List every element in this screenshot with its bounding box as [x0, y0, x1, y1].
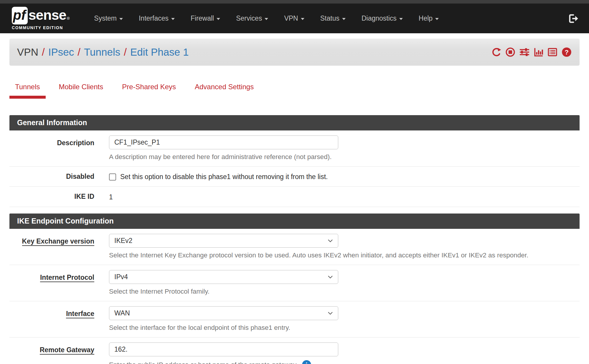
refresh-icon[interactable]: [491, 47, 501, 57]
svg-text:?: ?: [565, 49, 569, 56]
log-list-icon[interactable]: [547, 47, 557, 57]
info-icon[interactable]: i: [302, 360, 311, 364]
main-menu: System Interfaces Firewall Services VPN …: [86, 14, 447, 22]
breadcrumb-separator: /: [124, 46, 127, 58]
stop-icon[interactable]: [505, 47, 515, 57]
nav-item-label: VPN: [284, 14, 298, 22]
internet-protocol-select[interactable]: IPv4: [109, 270, 338, 284]
field-help-text: Select the interface for the local endpo…: [109, 324, 568, 332]
select-value: IPv4: [114, 273, 128, 281]
help-icon[interactable]: ?: [561, 47, 572, 57]
field-label: Key Exchange version: [9, 234, 94, 259]
chevron-down-icon: [328, 312, 333, 315]
field-label: Description: [9, 135, 94, 161]
page-action-icons: ?: [491, 47, 572, 57]
breadcrumb-bar: VPN / IPsec / Tunnels / Edit Phase 1: [9, 39, 580, 66]
form-row-description: Description A description may be entered…: [9, 130, 580, 167]
pf-logo-box: pf: [12, 7, 28, 24]
tab-pre-shared-keys[interactable]: Pre-Shared Keys: [116, 81, 182, 99]
nav-item-diagnostics[interactable]: Diagnostics: [354, 14, 411, 22]
form-row-ike-id: IKE ID 1: [9, 187, 580, 207]
select-value: WAN: [114, 309, 130, 317]
tab-tunnels[interactable]: Tunnels: [9, 81, 46, 99]
field-label: Disabled: [9, 172, 94, 181]
nav-item-interfaces[interactable]: Interfaces: [131, 14, 183, 22]
breadcrumb-separator: /: [42, 46, 45, 58]
nav-item-status[interactable]: Status: [312, 14, 354, 22]
nav-item-system[interactable]: System: [86, 14, 131, 22]
disabled-checkbox[interactable]: [109, 173, 116, 181]
tab-mobile-clients[interactable]: Mobile Clients: [53, 81, 109, 99]
form-row-internet-protocol: Internet Protocol IPv4 Select the Intern…: [9, 265, 580, 301]
caret-down-icon: [171, 18, 175, 20]
select-value: IKEv2: [114, 237, 132, 245]
registered-mark: ®: [67, 16, 70, 21]
field-help-text: Select the Internet Protocol family.: [109, 288, 568, 295]
field-label: Interface: [9, 306, 94, 332]
caret-down-icon: [435, 18, 439, 20]
field-help-text: Select the Internet Key Exchange protoco…: [109, 252, 568, 259]
section-general-information: General Information Description A descri…: [9, 115, 580, 207]
nav-item-label: Services: [236, 14, 262, 22]
caret-down-icon: [119, 18, 123, 20]
sign-out-icon[interactable]: [568, 13, 578, 24]
breadcrumb-item-vpn: VPN: [17, 46, 38, 58]
nav-item-services[interactable]: Services: [228, 14, 276, 22]
breadcrumb-item-edit-phase-1[interactable]: Edit Phase 1: [130, 46, 189, 58]
form-row-key-exchange-version: Key Exchange version IKEv2 Select the In…: [9, 229, 580, 265]
nav-item-label: Interfaces: [139, 14, 169, 22]
breadcrumb-separator: /: [77, 46, 80, 58]
logo-subtitle: COMMUNITY EDITION: [12, 25, 70, 30]
pfsense-logo[interactable]: pfsense® COMMUNITY EDITION: [12, 7, 70, 30]
caret-down-icon: [217, 18, 220, 20]
bar-chart-icon[interactable]: [534, 47, 544, 57]
nav-item-help[interactable]: Help: [411, 14, 447, 22]
chevron-down-icon: [328, 275, 333, 279]
field-help-text: Enter the public IP address or host name…: [109, 361, 298, 364]
remote-gateway-input[interactable]: [109, 343, 338, 356]
top-navbar: pfsense® COMMUNITY EDITION System Interf…: [0, 0, 589, 33]
nav-item-label: Help: [419, 14, 433, 22]
section-ike-endpoint-configuration: IKE Endpoint Configuration Key Exchange …: [9, 214, 580, 364]
subnav-tabs: Tunnels Mobile Clients Pre-Shared Keys A…: [9, 81, 580, 99]
nav-item-label: Status: [320, 14, 339, 22]
sliders-icon[interactable]: [519, 47, 530, 57]
form-row-interface: Interface WAN Select the interface for t…: [9, 301, 580, 337]
description-input[interactable]: [109, 135, 338, 149]
caret-down-icon: [342, 18, 346, 20]
key-exchange-version-select[interactable]: IKEv2: [109, 234, 338, 248]
form-row-remote-gateway: Remote Gateway Enter the public IP addre…: [9, 337, 580, 364]
caret-down-icon: [301, 18, 304, 20]
logo-sense-text: sense: [28, 7, 66, 23]
checkbox-label: Set this option to disable this phase1 w…: [120, 173, 328, 181]
nav-item-label: Diagnostics: [362, 14, 397, 22]
breadcrumb-item-tunnels[interactable]: Tunnels: [84, 46, 120, 58]
breadcrumb: VPN / IPsec / Tunnels / Edit Phase 1: [17, 46, 189, 58]
field-label: IKE ID: [9, 192, 94, 201]
chevron-down-icon: [328, 239, 333, 242]
section-title: General Information: [9, 115, 580, 130]
caret-down-icon: [265, 18, 268, 20]
form-row-disabled: Disabled Set this option to disable this…: [9, 167, 580, 187]
tab-advanced-settings[interactable]: Advanced Settings: [189, 81, 259, 99]
ike-id-value: 1: [109, 192, 568, 201]
field-help-text: A description may be entered here for ad…: [109, 153, 568, 161]
nav-item-label: System: [94, 14, 117, 22]
field-label: Internet Protocol: [9, 270, 94, 295]
nav-item-label: Firewall: [191, 14, 214, 22]
section-title: IKE Endpoint Configuration: [9, 214, 580, 229]
nav-item-vpn[interactable]: VPN: [276, 14, 312, 22]
interface-select[interactable]: WAN: [109, 306, 338, 320]
breadcrumb-item-ipsec[interactable]: IPsec: [48, 46, 74, 58]
field-label: Remote Gateway: [9, 343, 94, 364]
nav-item-firewall[interactable]: Firewall: [183, 14, 228, 22]
caret-down-icon: [399, 18, 403, 20]
